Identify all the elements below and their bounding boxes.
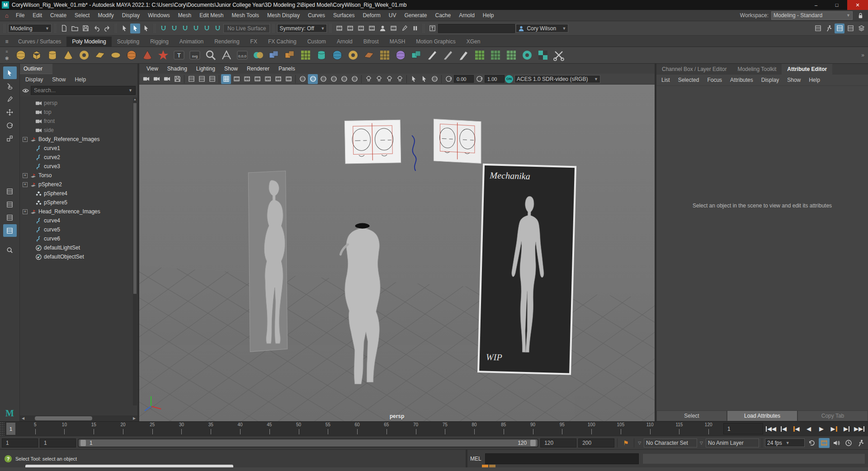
close-button[interactable]: ✕ <box>847 0 868 10</box>
shelf-poly-sphere-icon[interactable] <box>13 47 28 63</box>
scale-tool-icon[interactable] <box>3 132 17 145</box>
menu-select[interactable]: Select <box>71 10 94 21</box>
move-tool-icon[interactable] <box>3 106 17 118</box>
outliner-persp-layout-icon[interactable] <box>3 224 17 237</box>
body-reference-poster[interactable]: Mechanika WIP <box>477 164 576 375</box>
sequence-render-icon[interactable] <box>388 24 398 33</box>
expand-toggle-icon[interactable]: + <box>23 209 28 214</box>
gate-mask-icon[interactable] <box>252 74 262 84</box>
step-forward-frame-button[interactable]: ▶ <box>841 424 853 434</box>
range-end-handle[interactable] <box>530 440 536 446</box>
minimize-button[interactable]: – <box>806 0 826 10</box>
shelf-collapse-icon[interactable]: ≡ <box>5 49 8 54</box>
open-render-view-icon[interactable] <box>334 24 344 33</box>
anim-layer-select[interactable]: No Anim Layer <box>706 438 759 447</box>
shelf-extract-icon[interactable] <box>298 47 313 63</box>
go-to-end-button[interactable]: ▶▶ <box>854 424 865 434</box>
ae-menu-list[interactable]: List <box>657 76 674 84</box>
shelf-tab-curves-surfaces[interactable]: Curves / Surfaces <box>13 37 66 47</box>
side-reference-plane[interactable] <box>248 171 287 352</box>
sync-playback-icon[interactable] <box>843 438 854 448</box>
viewport-menu-panels[interactable]: Panels <box>274 66 300 72</box>
exposure-field[interactable]: 0.00 <box>454 75 474 83</box>
render-settings-icon[interactable] <box>367 24 377 33</box>
symmetry-select[interactable]: Symmetry: Off▼ <box>277 24 327 33</box>
outliner-vertical-scrollbar[interactable]: ▲ <box>133 98 137 405</box>
auto-keyframe-icon[interactable]: ⚑ <box>620 438 631 448</box>
render-current-frame-icon[interactable] <box>345 24 355 33</box>
select-tool-icon[interactable] <box>3 66 17 79</box>
grease-pencil-icon[interactable] <box>207 74 217 84</box>
shelf-tab-mash[interactable]: MASH <box>384 37 411 47</box>
shelf-separate-icon[interactable] <box>282 47 297 63</box>
viewport-menu-show[interactable]: Show <box>220 66 242 72</box>
home-icon[interactable]: ⌂ <box>2 12 12 19</box>
ipr-render-icon[interactable] <box>356 24 366 33</box>
outliner-item-defaultObjectSet[interactable]: defaultObjectSet <box>23 252 137 261</box>
show-attribute-editor-icon[interactable] <box>845 24 855 33</box>
command-result-field[interactable] <box>642 453 865 464</box>
screen-space-ao-icon[interactable] <box>384 74 394 84</box>
make-live-icon[interactable] <box>212 24 222 33</box>
ae-menu-attributes[interactable]: Attributes <box>726 76 757 84</box>
shelf-tab-fx[interactable]: FX <box>245 37 263 47</box>
select-camera-icon[interactable] <box>141 74 151 84</box>
ae-tab-modeling-toolkit[interactable]: Modeling Toolkit <box>732 64 782 75</box>
viewport-menu-shading[interactable]: Shading <box>163 66 192 72</box>
flat-shade-icon[interactable] <box>318 74 328 84</box>
all-lights-icon[interactable] <box>363 74 373 84</box>
x-ray-icon[interactable] <box>419 74 429 84</box>
shelf-measure-angle-icon[interactable] <box>219 47 234 63</box>
shelf-poly-disc-icon[interactable] <box>108 47 123 63</box>
shelf-tab-sculpting[interactable]: Sculpting <box>112 37 145 47</box>
camera-attributes-icon[interactable] <box>162 74 172 84</box>
shelf-tab-custom[interactable]: Custom <box>302 37 331 47</box>
outliner-menu-display[interactable]: Display <box>22 75 47 84</box>
shelf-tab-bifrost[interactable]: Bifrost <box>358 37 384 47</box>
shelf-quad-draw-icon[interactable] <box>456 47 472 63</box>
shelf-menu-icon[interactable]: ≡ <box>1 38 13 47</box>
pause-icon[interactable] <box>410 24 420 33</box>
ae-tab-attribute-editor[interactable]: Attribute Editor <box>782 64 832 75</box>
outliner-item-persp[interactable]: persp <box>23 99 137 108</box>
shelf-smooth-icon[interactable] <box>393 47 408 63</box>
show-tool-settings-icon[interactable] <box>856 24 866 33</box>
playback-loop-icon[interactable] <box>807 438 817 448</box>
viewport-menu-lighting[interactable]: Lighting <box>192 66 220 72</box>
shelf-target-weld-icon[interactable] <box>440 47 456 63</box>
outliner-item-Head_Reference_Images[interactable]: +Head_Reference_Images <box>23 207 137 216</box>
save-scene-icon[interactable] <box>80 24 90 33</box>
play-backwards-button[interactable]: ◀ <box>803 424 815 434</box>
shelf-platonic-solid-icon[interactable] <box>124 47 139 63</box>
paint-effects-icon[interactable] <box>399 24 409 33</box>
go-to-start-button[interactable]: ◀◀ <box>765 424 777 434</box>
ae-menu-display[interactable]: Display <box>757 76 783 84</box>
shelf-poly-cube-icon[interactable] <box>29 47 44 63</box>
filter-icon[interactable] <box>22 87 29 94</box>
shelf-curve-star-icon[interactable] <box>156 47 171 63</box>
menu-generate[interactable]: Generate <box>400 10 431 21</box>
shelf-tab-rendering[interactable]: Rendering <box>209 37 245 47</box>
ae-button-select[interactable]: Select <box>656 410 727 421</box>
viewport-scene[interactable]: Mechanika WIP persp <box>139 85 655 421</box>
frame-selection-icon[interactable] <box>3 244 17 256</box>
gamma-icon[interactable] <box>474 74 484 84</box>
mute-audio-icon[interactable] <box>831 438 842 448</box>
shelf-move-to-origin-icon[interactable]: 0,0,0 <box>235 47 250 63</box>
outliner-horizontal-scrollbar[interactable]: ◀▶ <box>20 415 137 421</box>
shelf-spiral-tool-icon[interactable] <box>519 47 535 63</box>
ae-button-copy-tab[interactable]: Copy Tab <box>797 410 868 421</box>
ae-button-load-attributes[interactable]: Load Attributes <box>727 410 797 421</box>
resolution-gate-icon[interactable] <box>242 74 252 84</box>
shelf-poly-cone-icon[interactable] <box>61 47 76 63</box>
step-forward-key-button[interactable]: ▶ <box>828 424 840 434</box>
shelf-tab-motion-graphics[interactable]: Motion Graphics <box>410 37 461 47</box>
animation-end-field[interactable]: 200 <box>578 438 614 447</box>
shelf-overflow-icon[interactable]: » <box>861 52 867 58</box>
outliner-item-curve1[interactable]: curve1 <box>23 144 137 153</box>
outliner-tab[interactable]: Outliner <box>20 64 52 74</box>
shelf-type-tool-icon[interactable]: T <box>171 47 187 63</box>
rotate-tool-icon[interactable] <box>3 119 17 132</box>
menu-windows[interactable]: Windows <box>144 10 174 21</box>
outliner-item-side[interactable]: side <box>23 126 137 135</box>
